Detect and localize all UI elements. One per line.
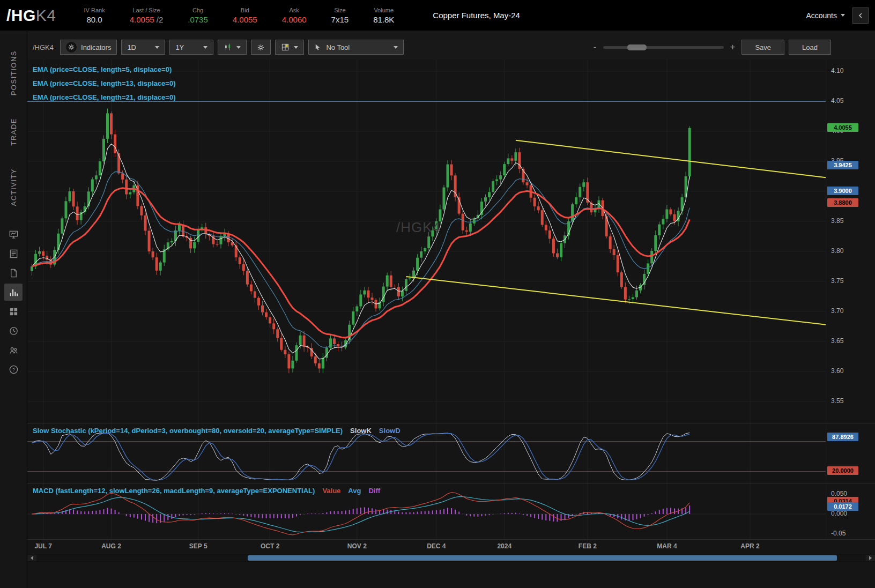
price-axis[interactable]: 4.104.054.003.953.903.853.803.753.703.65… <box>826 59 875 423</box>
timeframe-value: 1D <box>127 43 136 51</box>
load-button[interactable]: Load <box>789 40 831 55</box>
ema13-line <box>32 172 690 347</box>
orders-icon[interactable] <box>4 264 23 281</box>
price-tick-label: 4.05 <box>831 97 843 105</box>
range-dropdown[interactable]: 1Y <box>169 40 213 55</box>
main-chart-plot[interactable]: EMA (price=CLOSE, length=5, displace=0) … <box>27 59 826 423</box>
collapse-panel-button[interactable] <box>852 8 869 24</box>
arrow-right-icon <box>869 556 872 560</box>
volume-value: 81.8K <box>373 15 394 24</box>
accounts-label: Accounts <box>806 11 837 20</box>
price-level-badge-2: 3.9000 <box>827 187 858 195</box>
slowd-legend-label[interactable]: SlowD <box>379 427 401 435</box>
chevron-left-icon <box>857 12 864 19</box>
study-legends: EMA (price=CLOSE, length=5, displace=0) … <box>33 63 175 105</box>
ema5-legend[interactable]: EMA (price=CLOSE, length=5, displace=0) <box>33 63 175 77</box>
field-label: IV Rank <box>84 7 105 13</box>
macd-avg-legend-label[interactable]: Avg <box>348 487 361 495</box>
price-tick-label: 3.65 <box>831 337 843 345</box>
stochastic-study-label[interactable]: Slow Stochastic (kPeriod=14, dPeriod=3, … <box>33 427 343 435</box>
quote-header: /HGK4 IV Rank 80.0 Last / Size 4.0055 /2… <box>0 0 875 31</box>
sidebar-tab-activity[interactable]: ACTIVITY <box>10 157 18 218</box>
ema21-legend[interactable]: EMA (price=CLOSE, length=21, displace=0) <box>33 91 175 105</box>
chart-scrollbar <box>27 554 875 562</box>
monitor-icon[interactable] <box>4 226 23 243</box>
time-axis-label: APR 2 <box>740 542 759 550</box>
time-axis-label: FEB 2 <box>579 542 597 550</box>
candle-wicks <box>32 109 690 374</box>
scrollbar-track[interactable] <box>36 555 866 561</box>
help-icon[interactable]: ? <box>4 361 23 378</box>
ledger-icon[interactable] <box>4 245 23 262</box>
accounts-button[interactable]: Accounts <box>806 11 845 20</box>
widgets-icon[interactable] <box>4 303 23 320</box>
price-tick-label: 3.75 <box>831 277 843 285</box>
field-label: Volume <box>374 7 394 13</box>
toolbar-symbol-label: /HGK4 <box>33 43 54 51</box>
save-button[interactable]: Save <box>741 40 784 55</box>
time-axis-label: JUL 7 <box>34 542 51 550</box>
upper-channel-trendline[interactable] <box>516 140 826 177</box>
last-price-badge: 4.0055 <box>827 123 858 132</box>
price-level-badge-3: 3.8800 <box>827 198 858 207</box>
grid-layout-icon <box>281 43 290 51</box>
macd-diff-legend-label[interactable]: Diff <box>368 487 380 495</box>
lower-channel-trendline[interactable] <box>406 277 826 325</box>
header-right: Accounts <box>806 8 869 24</box>
sidebar-tab-positions[interactable]: POSITIONS <box>10 39 18 107</box>
field-label: Chg <box>192 7 203 13</box>
chart-toolbar: /HGK4 Indicators 1D 1Y <box>31 39 831 55</box>
field-label: Bid <box>241 7 249 13</box>
drawing-tool-dropdown[interactable]: No Tool <box>308 40 404 55</box>
stochastic-panel: Slow Stochastic (kPeriod=14, dPeriod=3, … <box>27 423 875 483</box>
macd-plot[interactable]: MACD (fastLength=12, slowLength=26, macd… <box>27 483 826 539</box>
macd-value-legend-label[interactable]: Value <box>322 487 340 495</box>
price-level-badge-1: 3.9425 <box>827 161 858 169</box>
chart-type-dropdown[interactable] <box>218 40 247 55</box>
time-axis-stub <box>826 540 875 553</box>
zoom-out-button[interactable]: - <box>591 42 599 53</box>
stochastic-legend-row: Slow Stochastic (kPeriod=14, dPeriod=3, … <box>33 427 401 435</box>
chart-icon[interactable] <box>4 284 23 301</box>
last-size-value: 4.0055 /2 <box>130 15 164 24</box>
main-gridlines <box>27 59 826 423</box>
grid-layout-dropdown[interactable] <box>275 40 304 55</box>
stoch-slowk-badge: 87.8926 <box>827 433 858 441</box>
sidebar-icon-rail: ? <box>4 226 23 378</box>
indicators-label: Indicators <box>81 43 111 51</box>
scroll-right-button[interactable] <box>866 555 875 561</box>
time-axis-label: OCT 2 <box>261 542 279 550</box>
zoom-slider[interactable] <box>603 46 724 49</box>
quote-fields: IV Rank 80.0 Last / Size 4.0055 /2 Chg .… <box>84 7 520 24</box>
macd-axis[interactable]: 0.0500.000-0.050.03140.0172 <box>826 483 875 539</box>
zoom-slider-handle[interactable] <box>627 44 647 50</box>
community-icon[interactable] <box>4 341 23 359</box>
field-ask: Ask 4.0060 <box>282 7 307 24</box>
price-panel: EMA (price=CLOSE, length=5, displace=0) … <box>27 59 875 423</box>
chart-settings-button[interactable] <box>251 40 271 55</box>
scrollbar-thumb[interactable] <box>248 555 836 561</box>
field-label: Size <box>334 7 345 13</box>
macd-study-label[interactable]: MACD (fastLength=12, slowLength=26, macd… <box>33 487 315 495</box>
zoom-in-button[interactable]: + <box>728 42 738 53</box>
chart-gadget: /HGK4 Indicators 1D 1Y <box>27 31 875 588</box>
time-axis-label: AUG 2 <box>101 542 121 550</box>
timeframe-dropdown[interactable]: 1D <box>121 40 165 55</box>
chevron-down-icon <box>841 14 845 17</box>
stochastic-axis[interactable]: 87.892620.0000 <box>826 423 875 483</box>
field-volume: Volume 81.8K <box>373 7 394 24</box>
price-tick-label: 3.70 <box>831 307 843 315</box>
slowk-legend-label[interactable]: SlowK <box>350 427 372 435</box>
cursor-tool-icon <box>314 43 322 51</box>
macd-panel: MACD (fastLength=12, slowLength=26, macd… <box>27 483 875 539</box>
sidebar-tab-trade[interactable]: TRADE <box>10 107 18 157</box>
indicators-button[interactable]: Indicators <box>60 40 117 55</box>
field-last-size: Last / Size 4.0055 /2 <box>130 7 164 24</box>
ema13-legend[interactable]: EMA (price=CLOSE, length=13, displace=0) <box>33 77 175 91</box>
time-axis[interactable]: JUL 7AUG 2SEP 5OCT 2NOV 2DEC 42024FEB 2M… <box>27 539 875 553</box>
history-icon[interactable] <box>4 322 23 339</box>
scroll-left-button[interactable] <box>27 555 36 561</box>
stochastic-plot[interactable]: Slow Stochastic (kPeriod=14, dPeriod=3, … <box>27 423 826 483</box>
field-bid: Bid 4.0055 <box>233 7 257 24</box>
time-axis-label: SEP 5 <box>189 542 207 550</box>
